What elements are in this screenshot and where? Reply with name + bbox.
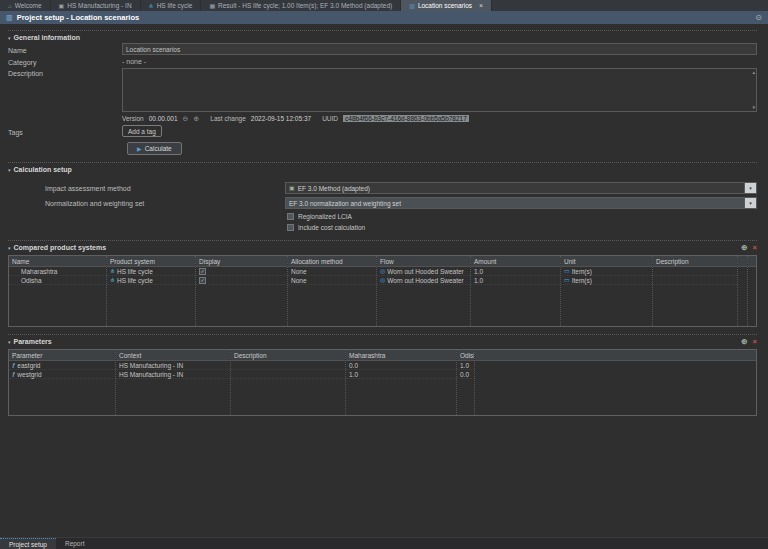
- column-description: Description: [231, 350, 346, 415]
- name-input[interactable]: [122, 43, 757, 55]
- add-icon[interactable]: ⊕: [741, 244, 747, 251]
- systems-header-flow[interactable]: Flow: [377, 256, 470, 267]
- display-checkbox[interactable]: ✓: [199, 268, 206, 275]
- help-icon[interactable]: ⊙: [755, 13, 762, 22]
- parameters-cell-odisha[interactable]: 1.0: [457, 361, 474, 370]
- parameters-cell-context[interactable]: HS Manufacturing - IN: [116, 370, 230, 379]
- collapse-icon[interactable]: ▾: [8, 245, 11, 251]
- chevron-down-icon[interactable]: ▾: [744, 183, 756, 193]
- version-minor-icon[interactable]: ⊖: [183, 115, 189, 122]
- application-window: ⌂ Welcome ▣ HS Manufacturing - IN ⋔ HS l…: [0, 0, 768, 549]
- parameters-cell-maharashtra[interactable]: 0.0: [346, 361, 456, 370]
- nw-set-combo[interactable]: EF 3.0 normalization and weighting set ▾: [285, 197, 757, 209]
- systems-header-amount[interactable]: Amount: [471, 256, 560, 267]
- flow-name: Worn out Hooded Sweater: [387, 268, 463, 275]
- tab-welcome[interactable]: ⌂ Welcome: [0, 0, 51, 11]
- parameters-header-odisha[interactable]: Odisha: [457, 350, 474, 361]
- uuid-label: UUID: [322, 115, 338, 122]
- parameters-header-parameter[interactable]: Parameter: [9, 350, 115, 361]
- compared-systems-header: ▾ Compared product systems ⊕ ×: [8, 240, 757, 251]
- impact-method-row: Impact assessment method ▣ EF 3.0 Method…: [45, 182, 757, 194]
- scroll-down-icon[interactable]: ▾: [752, 105, 755, 110]
- parameters-header-context[interactable]: Context: [116, 350, 230, 361]
- tab-report[interactable]: Report: [56, 538, 94, 549]
- category-value[interactable]: - none -: [122, 58, 146, 65]
- parameters-cell-parameter[interactable]: ƒ eastgrid: [9, 361, 115, 370]
- systems-cell-name[interactable]: Maharashtra: [9, 267, 106, 276]
- category-row: Category - none -: [8, 57, 757, 66]
- systems-cell-description[interactable]: [653, 267, 737, 276]
- product-system-icon: ⋔: [110, 268, 115, 274]
- impact-method-combo[interactable]: ▣ EF 3.0 Method (adapted) ▾: [285, 182, 757, 194]
- systems-cell-name[interactable]: Odisha: [9, 276, 106, 285]
- parameters-header-maharashtra[interactable]: Maharashtra: [346, 350, 456, 361]
- delete-icon[interactable]: ×: [753, 244, 757, 251]
- delete-icon[interactable]: ×: [753, 338, 757, 345]
- chevron-down-icon[interactable]: ▾: [744, 198, 756, 208]
- display-checkbox[interactable]: ✓: [199, 277, 206, 284]
- parameters-header-description[interactable]: Description: [231, 350, 345, 361]
- systems-header-name[interactable]: Name: [9, 256, 106, 267]
- systems-cell-unit[interactable]: ▭ Item(s): [561, 276, 652, 285]
- systems-cell-description[interactable]: [653, 276, 737, 285]
- section-title: Calculation setup: [14, 166, 72, 173]
- description-row: Description ▴ ▾: [8, 68, 757, 112]
- column-product-system: Product system ⋔ HS life cycle ⋔ HS life…: [107, 256, 196, 326]
- collapse-icon[interactable]: ▾: [8, 35, 11, 41]
- version-major-icon[interactable]: ⊕: [193, 115, 199, 122]
- tab-hs-life-cycle[interactable]: ⋔ HS life cycle: [141, 0, 202, 11]
- add-tag-button[interactable]: Add a tag: [122, 125, 162, 137]
- parameters-header-empty: [475, 350, 756, 361]
- nw-set-row: Normalization and weighting set EF 3.0 n…: [45, 197, 757, 209]
- close-icon[interactable]: ×: [479, 2, 483, 9]
- systems-header-product-system[interactable]: Product system: [107, 256, 195, 267]
- scroll-up-icon[interactable]: ▴: [752, 70, 755, 75]
- systems-cell-flow[interactable]: ◎ Worn out Hooded Sweater: [377, 276, 470, 285]
- collapse-icon[interactable]: ▾: [8, 167, 11, 173]
- tab-project-setup[interactable]: Project setup: [0, 538, 56, 549]
- section-title: Compared product systems: [14, 244, 107, 251]
- collapse-icon[interactable]: ▾: [8, 339, 11, 345]
- systems-cell-product-system[interactable]: ⋔ HS life cycle: [107, 276, 195, 285]
- parameters-cell-context[interactable]: HS Manufacturing - IN: [116, 361, 230, 370]
- column-spacer-2: [748, 256, 756, 326]
- top-tab-bar: ⌂ Welcome ▣ HS Manufacturing - IN ⋔ HS l…: [0, 0, 768, 11]
- tags-label: Tags: [8, 127, 122, 136]
- systems-header-description[interactable]: Description: [653, 256, 737, 267]
- general-information-header: ▾ General information: [8, 30, 757, 41]
- systems-cell-display: ✓: [196, 267, 287, 276]
- add-icon[interactable]: ⊕: [741, 338, 747, 345]
- parameters-cell-description[interactable]: [231, 370, 345, 379]
- parameters-cell-parameter[interactable]: ƒ westgrid: [9, 370, 115, 379]
- systems-cell-unit[interactable]: ▭ Item(s): [561, 267, 652, 276]
- tab-hs-manufacturing[interactable]: ▣ HS Manufacturing - IN: [51, 0, 141, 11]
- tab-result[interactable]: ▦ Result - HS life cycle; 1.00 Item(s); …: [201, 0, 401, 11]
- calculate-row: ▶ Calculate: [127, 142, 757, 155]
- parameters-cell-description[interactable]: [231, 361, 345, 370]
- tab-location-scenarios[interactable]: ▥ Location scenarios ×: [401, 0, 492, 11]
- systems-header-unit[interactable]: Unit: [561, 256, 652, 267]
- calculate-button[interactable]: ▶ Calculate: [127, 142, 182, 155]
- nw-set-value-wrap: EF 3.0 normalization and weighting set: [286, 198, 744, 208]
- regionalized-lcia-checkbox[interactable]: [287, 213, 294, 220]
- description-textarea[interactable]: [122, 68, 757, 112]
- systems-cell-allocation[interactable]: None: [288, 267, 376, 276]
- column-context: Context HS Manufacturing - IN HS Manufac…: [116, 350, 231, 415]
- systems-header-allocation[interactable]: Allocation method: [288, 256, 376, 267]
- parameters-cell-odisha[interactable]: 0.0: [457, 370, 474, 379]
- tab-label: Location scenarios: [418, 2, 472, 9]
- parameters-cell-maharashtra[interactable]: 1.0: [346, 370, 456, 379]
- description-label: Description: [8, 68, 122, 77]
- systems-cell-amount[interactable]: 1.0: [471, 276, 560, 285]
- metadata-row: Version 00.00.001 ⊖ ⊕ Last change 2022-0…: [122, 115, 757, 122]
- systems-cell-amount[interactable]: 1.0: [471, 267, 560, 276]
- unit-name: Item(s): [572, 268, 592, 275]
- section-general-information: ▾ General information Name Category - no…: [0, 30, 768, 155]
- systems-cell-product-system[interactable]: ⋔ HS life cycle: [107, 267, 195, 276]
- calculate-icon: ▶: [137, 146, 142, 152]
- systems-cell-flow[interactable]: ◎ Worn out Hooded Sweater: [377, 267, 470, 276]
- unit-name: Item(s): [572, 277, 592, 284]
- include-costs-checkbox[interactable]: [287, 224, 294, 231]
- systems-header-display[interactable]: Display: [196, 256, 287, 267]
- systems-cell-allocation[interactable]: None: [288, 276, 376, 285]
